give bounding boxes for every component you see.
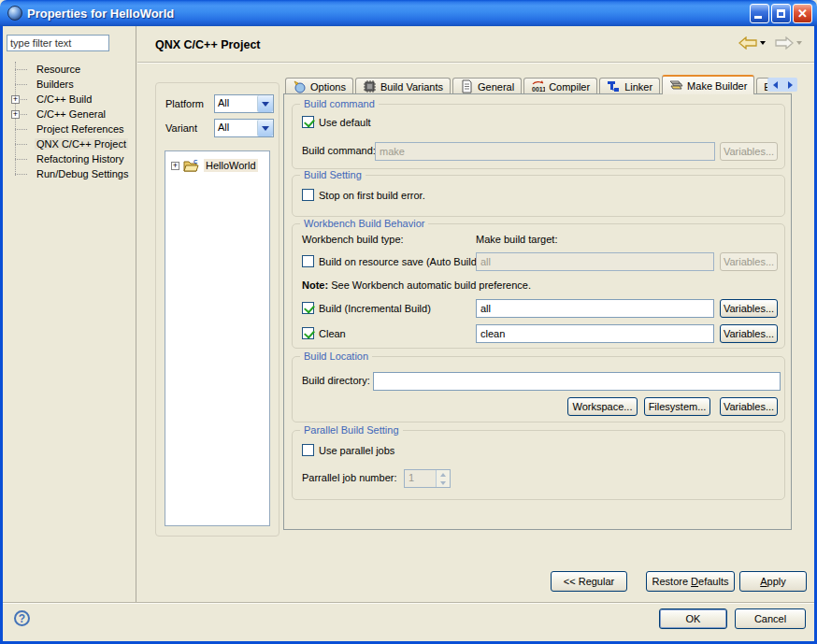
auto-build-variables-button[interactable]: Variables... <box>720 252 778 271</box>
build-location-group: Build Location Build directory: Workspac… <box>292 356 785 422</box>
page-title: QNX C/C++ Project <box>155 38 261 51</box>
project-tree-item[interactable]: + C HelloWorld <box>171 159 258 172</box>
workbench-build-type-label: Workbench build type: <box>302 234 404 245</box>
close-button[interactable]: ✕ <box>793 4 812 23</box>
expand-icon[interactable]: + <box>171 162 179 170</box>
build-command-label: Build command: <box>302 145 376 156</box>
spinner-down-icon[interactable] <box>437 479 450 487</box>
incremental-target-input[interactable] <box>476 299 714 318</box>
make-builder-panel: Build command Use default Build command:… <box>283 93 792 530</box>
filesystem-button[interactable]: Filesystem... <box>644 397 710 416</box>
platform-variant-panel: Platform All Variant All + <box>155 82 280 537</box>
tab-scroll-left-icon[interactable] <box>773 81 778 89</box>
use-parallel-jobs-checkbox[interactable] <box>302 444 314 456</box>
use-parallel-jobs-row[interactable]: Use parallel jobs <box>302 444 394 456</box>
make-build-target-label: Make build target: <box>476 234 557 245</box>
dialog-body: Resource Builders +C/C++ Build +C/C++ Ge… <box>0 26 817 644</box>
sidebar-item-refactoring-history[interactable]: Refactoring History <box>7 151 134 166</box>
maximize-icon <box>777 9 785 18</box>
tab-options[interactable]: Options <box>285 78 353 94</box>
forward-arrow-icon <box>775 36 794 50</box>
build-setting-title: Build Setting <box>300 169 366 180</box>
build-directory-label: Build directory: <box>302 375 370 386</box>
spinner-up-icon[interactable] <box>437 470 450 479</box>
auto-build-target-input[interactable] <box>476 252 714 271</box>
regular-button[interactable]: << Regular <box>551 571 627 592</box>
sidebar-item-run-debug-settings[interactable]: Run/Debug Settings <box>7 166 134 181</box>
sidebar-item-builders[interactable]: Builders <box>7 77 134 92</box>
tab-scroll-right-icon[interactable] <box>788 81 793 89</box>
back-button[interactable] <box>738 36 766 50</box>
cancel-button[interactable]: Cancel <box>735 608 806 629</box>
use-default-checkbox-row[interactable]: Use default <box>302 116 371 128</box>
minimize-button[interactable] <box>750 4 769 23</box>
build-setting-group: Build Setting Stop on first build error. <box>292 175 785 217</box>
note-text: See Workbench automatic build preference… <box>331 279 531 291</box>
expand-icon[interactable]: + <box>11 95 20 104</box>
sidebar-item-project-references[interactable]: Project References <box>7 122 134 136</box>
incremental-variables-button[interactable]: Variables... <box>720 299 778 318</box>
workbench-title: Workbench Build Behavior <box>300 218 428 229</box>
variant-select[interactable]: All <box>214 119 274 137</box>
platform-select[interactable]: All <box>214 94 274 113</box>
apply-button[interactable]: Apply <box>739 571 807 592</box>
clean-checkbox[interactable] <box>302 327 314 339</box>
auto-build-label: Build on resource save (Auto Build) <box>319 256 480 267</box>
stop-on-error-checkbox[interactable] <box>302 189 314 201</box>
sidebar-item-resource[interactable]: Resource <box>7 62 134 77</box>
tab-build-variants[interactable]: Build Variants <box>355 78 451 94</box>
stop-on-error-row[interactable]: Stop on first build error. <box>302 189 425 201</box>
build-location-variables-button[interactable]: Variables... <box>720 397 778 416</box>
clean-row[interactable]: Clean <box>302 327 346 339</box>
tab-compiler[interactable]: 0011 Compiler <box>523 78 597 94</box>
ok-button[interactable]: OK <box>659 608 727 629</box>
filter-input[interactable] <box>7 35 109 51</box>
auto-build-checkbox[interactable] <box>302 255 314 267</box>
forward-dropdown-icon[interactable] <box>796 41 802 45</box>
platform-dropdown-button[interactable] <box>257 95 273 112</box>
parallel-build-title: Parallel Build Setting <box>300 424 403 436</box>
properties-dialog: Properties for HelloWorld ✕ Resource Bui… <box>0 0 817 644</box>
auto-build-row[interactable]: Build on resource save (Auto Build) <box>302 255 480 267</box>
back-dropdown-icon[interactable] <box>760 41 766 45</box>
restore-defaults-button[interactable]: Restore Defaults <box>646 571 735 592</box>
use-default-checkbox[interactable] <box>302 116 314 128</box>
clean-target-input[interactable] <box>476 324 714 343</box>
maximize-button[interactable] <box>771 4 791 23</box>
workbench-build-behavior-group: Workbench Build Behavior Workbench build… <box>292 223 785 349</box>
note-label: Note: <box>302 279 328 291</box>
project-name: HelloWorld <box>204 159 258 172</box>
clean-variables-button[interactable]: Variables... <box>720 324 778 343</box>
tab-bar: Options Build Variants General 0011 Comp… <box>285 75 792 94</box>
workspace-button[interactable]: Workspace... <box>567 397 638 416</box>
sidebar-item-cpp-general[interactable]: +C/C++ General <box>7 107 134 122</box>
parallel-job-spinner[interactable]: 1 <box>404 469 451 488</box>
build-command-group: Build command Use default Build command:… <box>292 104 785 169</box>
tab-general[interactable]: General <box>452 78 522 94</box>
back-arrow-icon <box>738 36 757 50</box>
sidebar-item-qnx-project[interactable]: QNX C/C++ Project <box>7 136 134 151</box>
expand-icon[interactable]: + <box>11 110 20 119</box>
minimize-icon <box>754 16 762 19</box>
sidebar-sash[interactable] <box>136 26 136 602</box>
tab-linker[interactable]: Linker <box>599 78 660 94</box>
tab-make-builder[interactable]: Make Builder <box>662 75 754 94</box>
variant-dropdown-button[interactable] <box>257 120 273 136</box>
help-button[interactable]: ? <box>14 610 30 626</box>
preferences-tree: Resource Builders +C/C++ Build +C/C++ Ge… <box>7 62 134 181</box>
parallel-build-group: Parallel Build Setting Use parallel jobs… <box>292 430 785 500</box>
stop-on-error-label: Stop on first build error. <box>319 190 425 201</box>
use-parallel-jobs-label: Use parallel jobs <box>319 445 394 456</box>
build-directory-input[interactable] <box>373 372 781 391</box>
linker-icon <box>607 79 621 93</box>
build-command-input[interactable] <box>375 142 715 161</box>
footer-separator <box>3 602 814 604</box>
build-command-variables-button[interactable]: Variables... <box>720 142 778 161</box>
forward-button[interactable] <box>775 36 802 50</box>
make-builder-icon <box>669 79 683 93</box>
incremental-build-row[interactable]: Build (Incremental Build) <box>302 302 431 314</box>
incremental-build-checkbox[interactable] <box>302 302 314 314</box>
sidebar-item-cpp-build[interactable]: +C/C++ Build <box>7 92 134 107</box>
title-bar[interactable]: Properties for HelloWorld ✕ <box>0 0 817 26</box>
clean-label: Clean <box>319 328 346 339</box>
